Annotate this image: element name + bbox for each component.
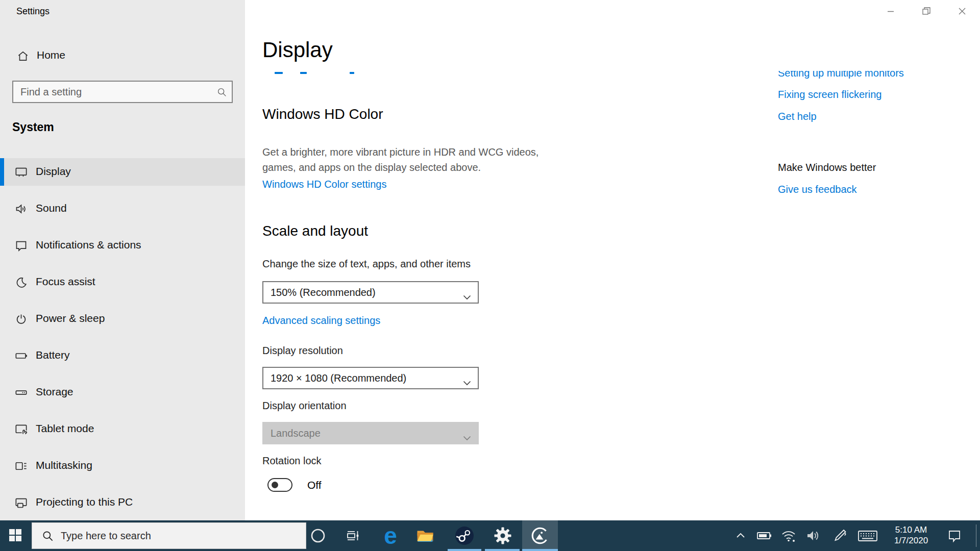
taskbar-search-box (32, 522, 306, 549)
chevron-up-icon (734, 530, 747, 542)
sound-icon (14, 202, 28, 218)
battery-icon (14, 349, 28, 365)
edge-button[interactable]: e (373, 520, 408, 551)
clock-date: 1/7/2020 (887, 535, 935, 546)
clipped-link-fragment (300, 72, 307, 74)
settings-app-button[interactable] (485, 520, 521, 551)
edge-icon: e (384, 524, 397, 547)
clock-time: 5:10 AM (887, 524, 935, 535)
advanced-scaling-link[interactable]: Advanced scaling settings (262, 315, 380, 327)
volume-icon (805, 528, 821, 543)
pen-tray-button[interactable] (831, 520, 848, 551)
orientation-dropdown-value: Landscape (271, 428, 321, 439)
file-explorer-button[interactable] (407, 520, 443, 551)
scale-dropdown[interactable]: 150% (Recommended) (262, 281, 479, 304)
sidebar-item-notifications[interactable]: Notifications & actions (0, 232, 245, 259)
hd-color-description-line2: games, and apps on the display selected … (262, 160, 481, 175)
sidebar-item-label: Storage (36, 386, 74, 398)
sidebar-item-storage[interactable]: Storage (0, 379, 245, 406)
setting-search-box (12, 81, 233, 103)
search-icon[interactable] (216, 87, 228, 100)
tray-overflow-button[interactable] (733, 520, 748, 551)
battery-tray-button[interactable] (755, 520, 773, 551)
sidebar-item-label: Battery (36, 349, 70, 361)
chevron-down-icon (463, 291, 471, 303)
window-controls (873, 0, 980, 22)
sidebar-item-battery[interactable]: Battery (0, 342, 245, 369)
volume-tray-button[interactable] (804, 520, 822, 551)
task-view-icon (345, 528, 360, 543)
projecting-icon (14, 496, 28, 512)
clipped-link-fragment (275, 72, 283, 74)
taskbar: e (0, 520, 980, 551)
notifications-icon (14, 239, 28, 255)
app-title: Settings (16, 6, 50, 17)
hd-color-description-line1: Get a brighter, more vibrant picture in … (262, 144, 538, 160)
resolution-dropdown-value: 980 × 551 (Recommended) (271, 372, 406, 384)
chevron-down-icon (463, 377, 471, 388)
sidebar-item-focus-assist[interactable]: Focus assist (0, 268, 245, 296)
rotation-lock-toggle[interactable] (267, 478, 292, 492)
search-icon (41, 530, 55, 545)
chevron-down-icon (463, 432, 471, 443)
close-button[interactable] (944, 0, 980, 22)
orientation-dropdown: Landscape (262, 422, 479, 444)
setting-search-input[interactable] (13, 82, 232, 102)
wifi-icon (781, 528, 796, 543)
multitasking-icon (14, 459, 28, 475)
sidebar-item-label: Display (36, 165, 71, 178)
minimize-icon (886, 7, 895, 16)
page-title: Display (262, 38, 333, 62)
orientation-label: Display orientation (262, 400, 347, 412)
battery-icon (756, 528, 772, 544)
show-desktop-button[interactable] (976, 524, 976, 547)
steam-button[interactable] (447, 520, 482, 551)
restore-icon (921, 6, 932, 16)
sidebar-item-display[interactable]: Display (0, 158, 245, 186)
action-center-icon (947, 528, 962, 543)
restore-button[interactable] (909, 0, 944, 22)
minimize-button[interactable] (873, 0, 909, 22)
sidebar-item-label: Sound (36, 202, 67, 214)
taskbar-search-input[interactable] (61, 523, 296, 548)
running-indicator (485, 549, 520, 551)
sidebar: Settings Home System Display Sou (0, 0, 245, 520)
photos-icon (530, 526, 550, 545)
task-view-button[interactable] (335, 520, 371, 551)
sidebar-item-label: Home (37, 49, 65, 61)
touch-keyboard-button[interactable] (856, 520, 879, 551)
sidebar-item-multitasking[interactable]: Multitasking (0, 452, 245, 480)
home-icon (16, 49, 30, 65)
sidebar-item-label: Power & sleep (36, 312, 105, 324)
power-icon (14, 312, 28, 328)
close-icon (958, 7, 967, 16)
keyboard-icon (857, 528, 878, 543)
clipped-link-fragment (350, 72, 354, 74)
sidebar-section-system: System (12, 120, 54, 134)
rotation-lock-label: Rotation lock (262, 455, 322, 467)
cortana-icon (310, 528, 326, 543)
toggle-knob (272, 482, 278, 488)
sidebar-item-tablet-mode[interactable]: Tablet mode (0, 415, 245, 443)
cortana-button[interactable] (300, 520, 336, 551)
tablet-mode-icon (14, 422, 28, 438)
help-link-screen-flickering[interactable]: Fixing screen flickering (778, 89, 881, 101)
give-feedback-link[interactable]: Give us feedback (778, 184, 857, 195)
gear-icon (494, 527, 512, 545)
action-center-button[interactable] (944, 520, 965, 551)
clock[interactable]: 5:10 AM 1/7/2020 (887, 524, 935, 547)
sidebar-item-projecting[interactable]: Projecting to this PC (0, 489, 245, 516)
resolution-dropdown[interactable]: 980 × 551 (Recommended) (262, 367, 479, 389)
help-link-multiple-monitors[interactable]: Setting up multiple monitors (778, 71, 941, 82)
sidebar-item-power-sleep[interactable]: Power & sleep (0, 305, 245, 333)
help-link-get-help[interactable]: Get help (778, 111, 817, 122)
hd-color-settings-link[interactable]: Windows HD Color settings (262, 179, 386, 190)
sidebar-item-label: Focus assist (36, 276, 95, 288)
storage-icon (14, 386, 28, 402)
feedback-heading: Make Windows better (778, 162, 876, 173)
sidebar-item-sound[interactable]: Sound (0, 195, 245, 222)
wifi-tray-button[interactable] (780, 520, 797, 551)
sidebar-item-home[interactable]: Home (4, 44, 239, 68)
start-button[interactable] (0, 520, 31, 551)
photos-button[interactable] (522, 520, 558, 551)
